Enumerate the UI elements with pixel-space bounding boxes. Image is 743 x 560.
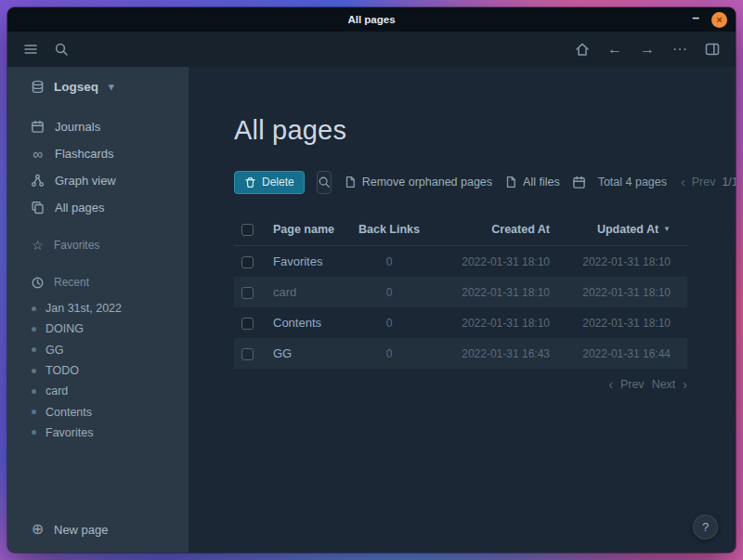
main-content: All pages Delete Remove orphaned pages [189, 67, 736, 553]
desktop-background: All pages – × ← → ··· [0, 0, 743, 560]
bullet-icon [32, 389, 36, 394]
recent-item-label: GG [46, 344, 63, 357]
table-row[interactable]: GG 0 2022-01-31 16:43 2022-01-31 16:44 [234, 338, 687, 369]
sidebar-item-flashcards[interactable]: ∞ Flashcards [7, 140, 189, 167]
page-indicator: 1/1 [722, 176, 736, 189]
next-page-button[interactable]: Next [652, 378, 676, 391]
favorites-label: Favorites [54, 239, 99, 252]
new-page-button[interactable]: ⊕ New page [7, 515, 189, 543]
updated-at-value: 2022-01-31 18:10 [550, 255, 687, 268]
page-title: All pages [234, 115, 687, 146]
bullet-icon [32, 327, 36, 332]
delete-button[interactable]: Delete [234, 171, 305, 194]
pages-table: Page name Back Links Created At Updated … [234, 213, 687, 369]
prev-page-button[interactable]: Prev [692, 176, 716, 189]
sidebar-recent-item[interactable]: TODO [7, 360, 189, 381]
sidebar-item-graph-view[interactable]: Graph view [7, 167, 189, 194]
select-all-checkbox[interactable] [241, 224, 254, 236]
recent-item-label: Jan 31st, 2022 [46, 302, 122, 315]
created-at-value: 2022-01-31 18:10 [431, 286, 550, 299]
window-controls: – × [692, 7, 727, 32]
sidebar-recent-item[interactable]: GG [7, 340, 189, 360]
prev-page-button[interactable]: Prev [620, 378, 645, 391]
recent-item-label: DOING [46, 322, 84, 335]
page-link[interactable]: Favorites [273, 254, 322, 268]
sidebar-recent-item[interactable]: Jan 31st, 2022 [7, 298, 189, 319]
table-search-button[interactable] [317, 171, 332, 194]
close-button[interactable]: × [711, 12, 727, 28]
chevron-down-icon: ▾ [109, 81, 114, 93]
remove-orphaned-label: Remove orphaned pages [362, 176, 492, 189]
chevron-left-icon[interactable]: ‹ [681, 175, 685, 189]
sidebar-section-favorites[interactable]: ☆ Favorites [7, 234, 189, 256]
sidebar-recent-item[interactable]: Favorites [7, 423, 189, 443]
created-at-value: 2022-01-31 18:10 [431, 317, 550, 330]
more-options-icon[interactable]: ··· [671, 41, 688, 58]
sidebar-item-all-pages[interactable]: All pages [7, 194, 189, 221]
sidebar-recent-item[interactable]: Contents [7, 401, 189, 422]
remove-orphaned-pages-button[interactable]: Remove orphaned pages [344, 176, 492, 189]
calendar-filter-icon[interactable] [572, 176, 586, 189]
recent-label: Recent [54, 276, 89, 289]
toolbar-left [22, 41, 70, 58]
titlebar[interactable]: All pages – × [7, 7, 736, 32]
back-links-count: 0 [347, 255, 431, 268]
document-icon [344, 176, 357, 189]
table-row[interactable]: Contents 0 2022-01-31 18:10 2022-01-31 1… [234, 307, 687, 338]
app-window: All pages – × ← → ··· [7, 7, 736, 553]
all-files-button[interactable]: All files [504, 176, 560, 189]
table-header-row: Page name Back Links Created At Updated … [234, 213, 687, 246]
page-link[interactable]: card [273, 285, 296, 299]
forward-arrow-icon[interactable]: → [639, 41, 656, 58]
sidebar-recent-item[interactable]: card [7, 381, 189, 401]
bullet-icon [32, 410, 36, 414]
sidebar-item-label: Journals [55, 120, 100, 134]
header-back-links[interactable]: Back Links [347, 223, 431, 236]
infinity-icon: ∞ [30, 146, 46, 162]
sidebar-item-journals[interactable]: Journals [7, 113, 189, 140]
search-icon[interactable] [53, 41, 70, 58]
toolbar-right: ← → ··· [574, 41, 721, 58]
minimize-button[interactable]: – [692, 11, 699, 28]
row-checkbox[interactable] [241, 287, 254, 299]
right-sidebar-toggle-icon[interactable] [704, 41, 721, 58]
help-button[interactable]: ? [693, 514, 718, 540]
bullet-icon [32, 369, 36, 373]
history-icon [30, 275, 46, 291]
back-links-count: 0 [347, 286, 431, 299]
top-pagination: ‹ Prev 1/1 Next › [681, 175, 736, 189]
table-row[interactable]: card 0 2022-01-31 18:10 2022-01-31 18:10 [234, 277, 687, 307]
page-link[interactable]: GG [273, 346, 292, 360]
home-icon[interactable] [574, 41, 591, 58]
header-updated-at[interactable]: Updated At ▼ [550, 223, 687, 236]
sidebar-recent-item[interactable]: DOING [7, 319, 189, 339]
app-body: Logseq ▾ Journals ∞ Flashcards [7, 67, 736, 553]
created-at-value: 2022-01-31 18:10 [431, 255, 550, 268]
left-sidebar: Logseq ▾ Journals ∞ Flashcards [7, 67, 189, 553]
recent-item-label: Favorites [46, 426, 93, 439]
new-page-label: New page [54, 523, 109, 537]
total-pages-label: Total 4 pages [598, 176, 667, 189]
chevron-right-icon[interactable]: › [683, 377, 687, 392]
workspace-switcher[interactable]: Logseq ▾ [7, 72, 189, 100]
table-row[interactable]: Favorites 0 2022-01-31 18:10 2022-01-31 … [234, 246, 687, 277]
hamburger-menu-icon[interactable] [22, 41, 39, 58]
row-checkbox[interactable] [241, 318, 254, 330]
back-links-count: 0 [347, 347, 431, 360]
row-checkbox[interactable] [241, 348, 254, 360]
chevron-left-icon[interactable]: ‹ [608, 377, 613, 392]
created-at-value: 2022-01-31 16:43 [431, 347, 550, 360]
updated-at-value: 2022-01-31 18:10 [550, 317, 687, 330]
header-created-at[interactable]: Created At [431, 223, 550, 236]
header-page-name[interactable]: Page name [273, 223, 347, 236]
updated-at-value: 2022-01-31 16:44 [550, 347, 687, 360]
sidebar-section-recent[interactable]: Recent [7, 271, 189, 293]
sidebar-item-label: Graph view [55, 174, 116, 188]
back-arrow-icon[interactable]: ← [606, 41, 623, 58]
row-checkbox[interactable] [241, 256, 254, 268]
sidebar-nav: Journals ∞ Flashcards Graph view [7, 113, 189, 221]
window-title: All pages [347, 14, 395, 25]
star-icon: ☆ [30, 238, 46, 254]
page-link[interactable]: Contents [273, 316, 321, 330]
pages-toolbar: Delete Remove orphaned pages All files [234, 170, 687, 194]
